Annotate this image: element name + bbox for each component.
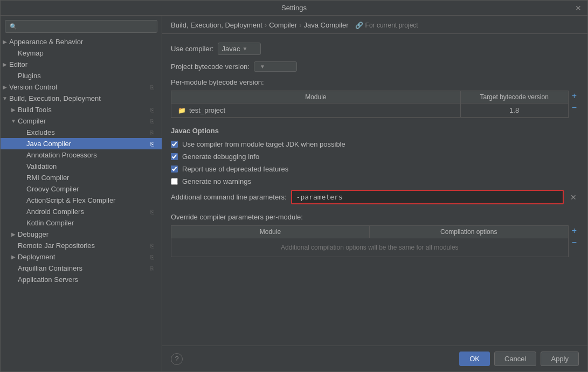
- sidebar-item-build-execution[interactable]: ▼Build, Execution, Deployment: [1, 93, 162, 104]
- javac-options-title: Javac Options: [171, 127, 579, 135]
- sidebar-item-validation[interactable]: Validation: [1, 161, 162, 172]
- sidebar-item-keymap[interactable]: Keymap: [1, 47, 162, 59]
- generate-debug-checkbox[interactable]: [171, 153, 178, 160]
- compiler-select[interactable]: Javac ▼: [218, 43, 261, 55]
- no-warnings-label: Generate no warnings: [182, 177, 251, 185]
- compiler-value: Javac: [222, 45, 240, 53]
- deprecated-features-checkbox[interactable]: [171, 166, 178, 173]
- copy-icon: ⎘: [150, 84, 154, 91]
- additional-cmd-input[interactable]: [291, 190, 564, 204]
- help-button[interactable]: ?: [171, 353, 183, 365]
- override-table-actions: + −: [570, 225, 579, 248]
- remove-module-button[interactable]: −: [570, 102, 579, 113]
- title-bar: Settings ✕: [1, 1, 587, 16]
- sidebar-item-arquillian[interactable]: Arquillian Containers⎘: [1, 263, 162, 274]
- sidebar-item-label: Build, Execution, Deployment: [9, 94, 157, 102]
- bytecode-select-arrow: ▼: [260, 64, 265, 70]
- col-module-header: Module: [171, 91, 460, 103]
- sidebar-item-label: Version Control: [9, 83, 150, 91]
- copy-icon: ⎘: [150, 254, 154, 260]
- use-compiler-row: Use compiler: Javac ▼: [171, 43, 579, 55]
- arrow-icon: ▼: [9, 118, 18, 124]
- sidebar-item-label: Compiler: [18, 117, 150, 125]
- sidebar-item-android-compilers[interactable]: Android Compilers⎘: [1, 206, 162, 217]
- sidebar-item-version-control[interactable]: ▶Version Control⎘: [1, 81, 162, 93]
- generate-debug-label: Generate debugging info: [182, 153, 259, 161]
- sidebar-item-label: Plugins: [18, 72, 157, 80]
- close-button[interactable]: ✕: [573, 3, 583, 13]
- copy-icon: ⎘: [150, 141, 154, 147]
- sidebar-item-deployment[interactable]: ▶Deployment⎘: [1, 251, 162, 263]
- sidebar-item-label: Keymap: [18, 49, 157, 57]
- sidebar-item-label: Deployment: [18, 253, 150, 261]
- compiler-select-arrow: ▼: [242, 46, 247, 52]
- apply-button[interactable]: Apply: [541, 352, 579, 366]
- col-version-header: Target bytecode version: [460, 91, 568, 103]
- use-module-jdk-checkbox[interactable]: [171, 141, 178, 148]
- main-content: 🔍 ▶Appearance & BehaviorKeymap▶EditorPlu…: [1, 16, 587, 371]
- ok-button[interactable]: OK: [459, 352, 490, 366]
- checkbox-use-module-jdk: Use compiler from module target JDK when…: [171, 140, 579, 148]
- copy-icon: ⎘: [150, 209, 154, 215]
- sidebar-item-excludes[interactable]: Excludes⎘: [1, 127, 162, 138]
- sidebar-item-annotation-processors[interactable]: Annotation Processors: [1, 149, 162, 161]
- sidebar-item-plugins[interactable]: Plugins: [1, 70, 162, 81]
- sidebar: 🔍 ▶Appearance & BehaviorKeymap▶EditorPlu…: [1, 16, 162, 371]
- sidebar-item-groovy-compiler[interactable]: Groovy Compiler: [1, 183, 162, 195]
- arrow-icon: ▼: [1, 95, 9, 101]
- project-link: 🔗 For current project: [355, 22, 418, 29]
- settings-window: Settings ✕ 🔍 ▶Appearance & BehaviorKeyma…: [0, 0, 588, 372]
- per-module-label: Per-module bytecode version:: [171, 78, 579, 86]
- sidebar-item-build-tools[interactable]: ▶Build Tools⎘: [1, 104, 162, 115]
- sidebar-item-label: Arquillian Containers: [18, 264, 150, 272]
- compiler-label: Use compiler:: [171, 45, 213, 53]
- sidebar-item-app-servers[interactable]: Application Servers: [1, 274, 162, 285]
- breadcrumb-part-3: Java Compiler: [304, 21, 349, 29]
- sidebar-item-rmi-compiler[interactable]: RMI Compiler: [1, 172, 162, 183]
- breadcrumb-part-2: Compiler: [269, 21, 297, 29]
- module-table: Module Target bytecode version 📁 test_pr…: [171, 91, 569, 118]
- search-input[interactable]: [20, 23, 153, 30]
- search-box[interactable]: 🔍: [5, 20, 157, 33]
- module-version-cell: 1.8: [460, 104, 568, 117]
- remove-override-button[interactable]: −: [570, 237, 579, 248]
- add-override-button[interactable]: +: [570, 225, 579, 236]
- module-name: test_project: [189, 106, 225, 114]
- cancel-button[interactable]: Cancel: [494, 352, 536, 366]
- bytecode-version-row: Project bytecode version: ▼: [171, 61, 579, 72]
- module-table-actions: + −: [570, 91, 579, 113]
- add-module-button[interactable]: +: [570, 91, 579, 101]
- sidebar-item-label: Kotlin Compiler: [26, 219, 157, 227]
- copy-icon: ⎘: [150, 118, 154, 125]
- sidebar-item-label: Java Compiler: [26, 140, 150, 148]
- sidebar-item-actionscript[interactable]: ActionScript & Flex Compiler: [1, 195, 162, 206]
- sidebar-item-debugger[interactable]: ▶Debugger: [1, 229, 162, 240]
- cmd-clear-button[interactable]: ✕: [568, 193, 579, 202]
- window-title: Settings: [281, 4, 307, 12]
- override-label: Override compiler parameters per-module:: [171, 213, 579, 221]
- project-label: For current project: [365, 22, 418, 29]
- checkbox-no-warnings: Generate no warnings: [171, 177, 579, 185]
- arrow-icon: ▶: [9, 254, 18, 260]
- sidebar-item-appearance[interactable]: ▶Appearance & Behavior: [1, 36, 162, 47]
- module-name-cell: 📁 test_project: [171, 104, 460, 117]
- bytecode-select[interactable]: ▼: [254, 61, 297, 72]
- sidebar-item-java-compiler[interactable]: Java Compiler⎘: [1, 138, 162, 149]
- sidebar-item-label: Annotation Processors: [26, 151, 157, 159]
- sidebar-item-compiler[interactable]: ▼Compiler⎘: [1, 115, 162, 127]
- sidebar-item-remote-jar[interactable]: Remote Jar Repositories⎘: [1, 240, 162, 251]
- sidebar-item-kotlin-compiler[interactable]: Kotlin Compiler: [1, 217, 162, 229]
- no-warnings-checkbox[interactable]: [171, 178, 178, 185]
- sidebar-item-label: Debugger: [18, 230, 157, 238]
- sidebar-item-editor[interactable]: ▶Editor: [1, 59, 162, 70]
- sidebar-item-label: Validation: [26, 162, 157, 170]
- arrow-icon: ▶: [9, 231, 18, 237]
- sidebar-item-label: Build Tools: [18, 106, 150, 114]
- breadcrumb-sep-2: ›: [299, 21, 301, 29]
- sidebar-tree: ▶Appearance & BehaviorKeymap▶EditorPlugi…: [1, 36, 162, 285]
- additional-cmd-label: Additional command line parameters:: [171, 193, 287, 201]
- copy-icon: ⎘: [150, 107, 154, 113]
- copy-icon: ⎘: [150, 265, 154, 272]
- sidebar-item-label: Appearance & Behavior: [9, 38, 157, 46]
- use-module-jdk-label: Use compiler from module target JDK when…: [182, 140, 345, 148]
